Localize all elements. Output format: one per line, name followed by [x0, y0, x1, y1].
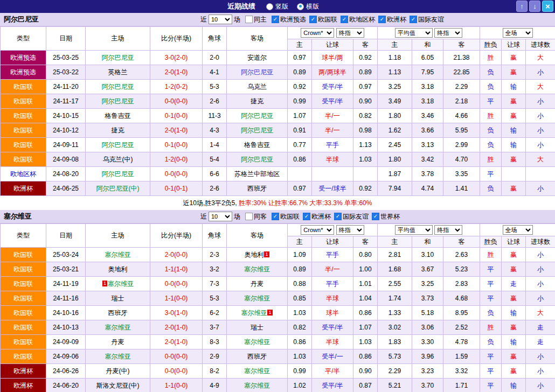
team-link[interactable]: 格鲁吉亚: [105, 112, 131, 120]
league-filter[interactable]: ✓欧地区杯: [341, 15, 375, 24]
home-team[interactable]: 阿尔巴尼亚: [86, 51, 150, 65]
match-score[interactable]: 1-1(0-0): [150, 291, 203, 306]
away-team[interactable]: 格鲁吉亚: [227, 138, 288, 152]
team-link[interactable]: 捷克: [251, 97, 263, 105]
team-link[interactable]: 格鲁吉亚: [244, 141, 270, 149]
checkbox-icon[interactable]: [245, 213, 253, 220]
away-team[interactable]: 塞尔维亚: [227, 379, 288, 392]
home-team[interactable]: 塞尔维亚: [86, 349, 150, 364]
league-filter[interactable]: ✓欧国联: [309, 15, 337, 24]
match-score[interactable]: 0-1(0-1): [150, 181, 203, 196]
checkbox-icon[interactable]: ✓: [378, 16, 386, 23]
team-link[interactable]: 西班牙: [247, 353, 267, 360]
match-score[interactable]: 0-0(0-0): [150, 277, 203, 291]
team-link[interactable]: 英格兰: [108, 68, 128, 76]
bookmaker-select[interactable]: Crown*: [301, 225, 334, 235]
match-score[interactable]: 2-0(1-0): [150, 65, 203, 80]
checkbox-icon[interactable]: [245, 16, 253, 23]
team-link[interactable]: 塞尔维亚: [108, 280, 134, 288]
final-odds-select[interactable]: 终指: [434, 225, 462, 235]
home-team[interactable]: 阿尔巴尼亚: [86, 80, 150, 94]
home-team[interactable]: 乌克兰(中): [86, 152, 150, 167]
average-odds-select[interactable]: 平均值: [395, 28, 433, 38]
home-team[interactable]: 塞尔维亚: [86, 320, 150, 335]
team-link[interactable]: 阿尔巴尼亚: [102, 97, 134, 105]
match-score[interactable]: 3-0(2-0): [150, 51, 203, 65]
team-link[interactable]: 阿尔巴尼亚: [102, 170, 134, 178]
checkbox-icon[interactable]: ✓: [334, 213, 342, 220]
team-link[interactable]: 安道尔: [247, 54, 267, 61]
scope-select[interactable]: 全场: [503, 225, 533, 235]
checkbox-icon[interactable]: ✓: [410, 16, 417, 23]
match-score[interactable]: 0-0(0-0): [150, 364, 203, 379]
close-button[interactable]: ×: [542, 1, 553, 12]
away-team[interactable]: 塞尔维亚: [227, 335, 288, 349]
away-team[interactable]: 奥地利1: [227, 248, 288, 262]
away-team[interactable]: 阿尔巴尼亚: [227, 152, 288, 167]
match-score[interactable]: 0-0(0-0): [150, 167, 203, 181]
home-team[interactable]: 丹麦: [86, 335, 150, 349]
away-team[interactable]: 阿尔巴尼亚: [227, 109, 288, 123]
away-team[interactable]: 塞尔维亚: [227, 262, 288, 277]
team-link[interactable]: 阿尔巴尼亚: [241, 156, 273, 163]
team-link[interactable]: 苏格兰中部地区: [234, 170, 280, 178]
home-team[interactable]: 瑞士: [86, 291, 150, 306]
away-team[interactable]: 塞尔维亚: [227, 364, 288, 379]
team-link[interactable]: 阿尔巴尼亚: [241, 127, 273, 134]
league-filter[interactable]: ✓欧洲预选: [272, 15, 306, 24]
same-venue-filter[interactable]: 同客: [245, 212, 267, 221]
league-filter[interactable]: ✓欧洲杯: [303, 212, 331, 221]
same-venue-filter[interactable]: 同主: [245, 15, 267, 24]
away-team[interactable]: 捷克: [227, 94, 288, 109]
team-link[interactable]: 丹麦: [251, 280, 263, 288]
team-link[interactable]: 塞尔维亚: [244, 382, 270, 389]
team-link[interactable]: 塞尔维亚: [244, 265, 270, 273]
home-team[interactable]: 塞尔维亚: [86, 248, 150, 262]
scroll-up-button[interactable]: ↑: [516, 1, 528, 12]
home-team[interactable]: 阿尔巴尼亚: [86, 167, 150, 181]
team-link[interactable]: 阿尔巴尼亚: [102, 83, 134, 90]
home-team[interactable]: 阿尔巴尼亚: [86, 138, 150, 152]
league-filter[interactable]: ✓国际友谊: [334, 212, 369, 221]
team-link[interactable]: 阿尔巴尼亚: [241, 112, 273, 120]
home-team[interactable]: 奥地利: [86, 262, 150, 277]
checkbox-icon[interactable]: ✓: [272, 16, 279, 23]
layout-radio-vertical[interactable]: 竖版: [266, 2, 288, 11]
home-team[interactable]: 斯洛文尼亚(中): [86, 379, 150, 392]
checkbox-icon[interactable]: ✓: [303, 213, 310, 220]
match-count-select[interactable]: 10: [209, 15, 232, 24]
match-score[interactable]: 3-0(1-0): [150, 306, 203, 320]
away-team[interactable]: 塞尔维亚: [227, 291, 288, 306]
scroll-down-button[interactable]: ↓: [529, 1, 540, 12]
home-team[interactable]: 捷克: [86, 123, 150, 138]
away-team[interactable]: 塞尔维亚1: [227, 306, 288, 320]
home-team[interactable]: 1塞尔维亚: [86, 277, 150, 291]
match-score[interactable]: 0-1(0-0): [150, 138, 203, 152]
away-team[interactable]: 安道尔: [227, 51, 288, 65]
team-link[interactable]: 捷克: [112, 127, 124, 134]
home-team[interactable]: 阿尔巴尼亚(中): [86, 181, 150, 196]
match-score[interactable]: 1-2(0-2): [150, 80, 203, 94]
checkbox-icon[interactable]: ✓: [341, 16, 348, 23]
away-team[interactable]: 阿尔巴尼亚: [227, 65, 288, 80]
away-team[interactable]: 西班牙: [227, 349, 288, 364]
final-odds-select[interactable]: 终指: [336, 225, 364, 235]
team-link[interactable]: 瑞士: [251, 324, 263, 331]
team-link[interactable]: 塞尔维亚: [105, 353, 131, 360]
away-team[interactable]: 阿尔巴尼亚: [227, 123, 288, 138]
radio-icon[interactable]: [266, 3, 273, 10]
team-link[interactable]: 乌克兰(中): [103, 156, 133, 163]
final-odds-select[interactable]: 终指: [336, 28, 364, 38]
league-filter[interactable]: ✓欧国联: [272, 212, 300, 221]
match-score[interactable]: 1-2(0-0): [150, 152, 203, 167]
team-link[interactable]: 阿尔巴尼亚: [241, 68, 273, 76]
team-link[interactable]: 奥地利: [244, 251, 263, 258]
home-team[interactable]: 丹麦(中): [86, 364, 150, 379]
team-link[interactable]: 丹麦: [112, 338, 124, 346]
away-team[interactable]: 西班牙: [227, 181, 288, 196]
team-link[interactable]: 斯洛文尼亚(中): [96, 382, 140, 389]
league-filter[interactable]: ✓欧洲杯: [378, 15, 406, 24]
team-link[interactable]: 塞尔维亚: [244, 367, 270, 375]
average-odds-select[interactable]: 平均值: [395, 225, 433, 235]
away-team[interactable]: 乌克兰: [227, 80, 288, 94]
